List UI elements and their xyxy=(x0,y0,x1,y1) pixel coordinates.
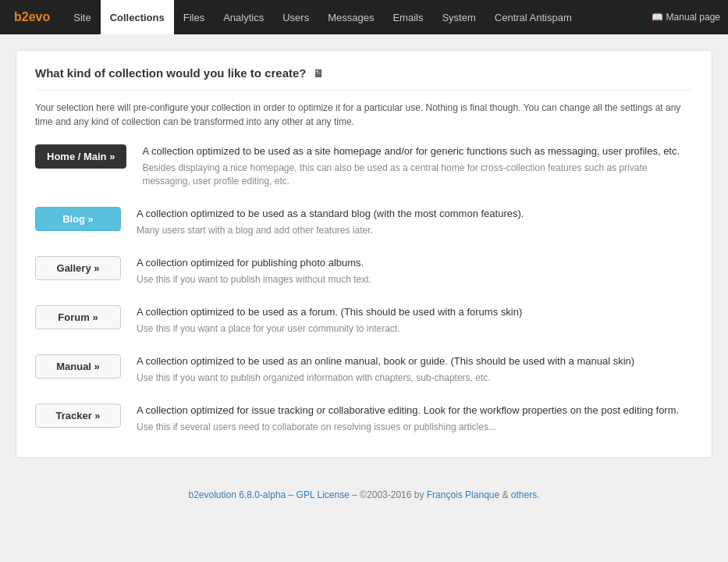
footer-sep1: – xyxy=(286,489,296,500)
footer-period: . xyxy=(537,489,539,500)
footer-sep3: & xyxy=(499,489,511,500)
nav-site[interactable]: Site xyxy=(64,0,100,34)
blog-text: A collection optimized to be used as a s… xyxy=(137,207,693,237)
panel-title-icon: 🖥 xyxy=(313,67,324,80)
book-icon: 📖 xyxy=(652,12,663,23)
nav-users[interactable]: Users xyxy=(273,0,318,34)
manual-button[interactable]: Manual » xyxy=(35,354,121,379)
blog-button[interactable]: Blog » xyxy=(35,207,121,231)
option-tracker: Tracker » A collection optimized for iss… xyxy=(35,404,693,434)
gallery-button[interactable]: Gallery » xyxy=(35,256,121,280)
top-navigation: b2evo Site Collections Files Analytics U… xyxy=(0,0,728,34)
gallery-sub-desc: Use this if you want to publish images w… xyxy=(137,273,693,286)
tracker-sub-desc: Use this if several users need to collab… xyxy=(137,421,693,434)
nav-files[interactable]: Files xyxy=(174,0,214,34)
blog-sub-desc: Many users start with a blog and add oth… xyxy=(137,224,693,237)
forum-text: A collection optimized to be used as a f… xyxy=(137,305,693,336)
option-manual: Manual » A collection optimized to be us… xyxy=(35,354,693,385)
footer-author-link[interactable]: François Planque xyxy=(427,489,499,500)
footer-sep2: – ©2003-2016 by xyxy=(350,489,427,500)
footer-license-link[interactable]: GPL License xyxy=(297,489,350,500)
gallery-main-desc: A collection optimized for publishing ph… xyxy=(137,256,693,270)
nav-central-antispam[interactable]: Central Antispam xyxy=(485,0,581,34)
forum-sub-desc: Use this if you want a place for your us… xyxy=(137,322,693,336)
brand-logo[interactable]: b2evo xyxy=(8,10,56,24)
manual-text: A collection optimized to be used as an … xyxy=(137,354,693,385)
nav-system[interactable]: System xyxy=(432,0,485,34)
main-content: What kind of collection would you like t… xyxy=(0,34,728,474)
option-forum: Forum » A collection optimized to be use… xyxy=(35,305,693,336)
manual-main-desc: A collection optimized to be used as an … xyxy=(137,354,693,368)
forum-main-desc: A collection optimized to be used as a f… xyxy=(137,305,693,319)
panel-title-text: What kind of collection would you like t… xyxy=(35,66,307,80)
tracker-main-desc: A collection optimized for issue trackin… xyxy=(137,404,693,418)
panel-description: Your selection here will pre-configure y… xyxy=(35,101,693,129)
option-gallery: Gallery » A collection optimized for pub… xyxy=(35,256,693,286)
nav-messages[interactable]: Messages xyxy=(318,0,383,34)
footer: b2evolution 6.8.0-alpha – GPL License – … xyxy=(0,474,728,516)
tracker-text: A collection optimized for issue trackin… xyxy=(137,404,693,434)
nav-analytics[interactable]: Analytics xyxy=(214,0,273,34)
home-main-sub-desc: Besides displaying a nice homepage, this… xyxy=(142,162,693,188)
option-blog: Blog » A collection optimized to be used… xyxy=(35,207,693,237)
manual-page-link[interactable]: 📖 Manual page xyxy=(652,12,720,23)
nav-collections[interactable]: Collections xyxy=(101,0,174,34)
nav-emails[interactable]: Emails xyxy=(383,0,432,34)
blog-main-desc: A collection optimized to be used as a s… xyxy=(137,207,693,221)
panel-title: What kind of collection would you like t… xyxy=(35,66,693,90)
home-main-main-desc: A collection optimized to be used as a s… xyxy=(142,144,693,158)
home-main-button[interactable]: Home / Main » xyxy=(35,144,126,169)
option-home-main: Home / Main » A collection optimized to … xyxy=(35,144,693,188)
footer-app-link[interactable]: b2evolution 6.8.0-alpha xyxy=(188,489,286,500)
footer-others-link[interactable]: others xyxy=(511,489,537,500)
gallery-text: A collection optimized for publishing ph… xyxy=(137,256,693,286)
home-main-text: A collection optimized to be used as a s… xyxy=(142,144,693,188)
manual-sub-desc: Use this if you want to publish organize… xyxy=(137,372,693,385)
forum-button[interactable]: Forum » xyxy=(35,305,121,329)
tracker-button[interactable]: Tracker » xyxy=(35,404,121,428)
collection-panel: What kind of collection would you like t… xyxy=(16,50,712,458)
